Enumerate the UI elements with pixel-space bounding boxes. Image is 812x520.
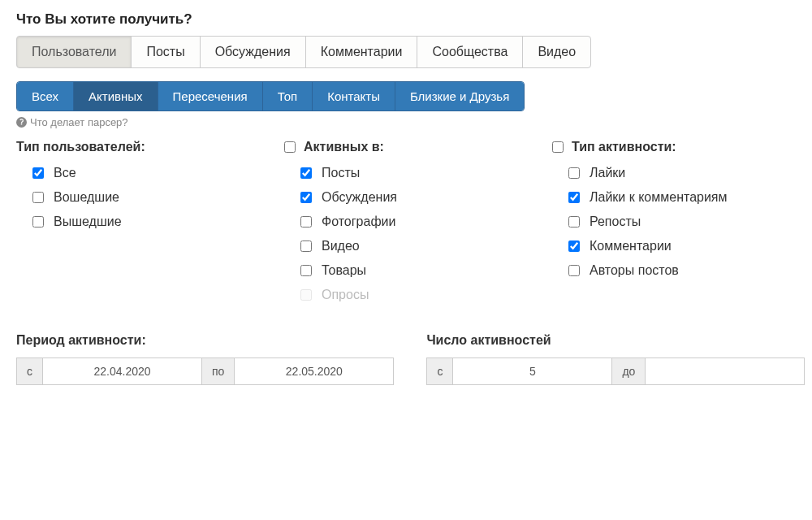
count-from-input[interactable] — [453, 358, 612, 385]
tab-video[interactable]: Видео — [522, 36, 591, 68]
checkbox-all-users[interactable] — [32, 167, 44, 179]
list-item: Авторы постов — [568, 263, 796, 278]
col-user-type: Тип пользователей: Все Вошедшие Вышедшие — [16, 140, 260, 312]
list-item: Все — [32, 166, 260, 180]
period-input-group: с по — [16, 358, 394, 385]
count-to-label: до — [612, 358, 646, 385]
list-item: Видео — [300, 239, 528, 254]
col-activity-type-title-text: Тип активности: — [572, 140, 676, 154]
col-active-in-title-text: Активных в: — [304, 140, 384, 154]
count-input-group: с до — [426, 358, 805, 385]
checkbox-label: Авторы постов — [590, 263, 679, 278]
list-item: Посты — [300, 166, 528, 180]
checkbox-active-photos[interactable] — [300, 216, 312, 228]
checkbox-active-polls — [300, 289, 312, 301]
count-from-label: с — [426, 358, 453, 385]
pill-all[interactable]: Всех — [17, 82, 74, 110]
filter-pills: Всех Активных Пересечения Топ Контакты Б… — [16, 81, 525, 111]
period-to-input[interactable] — [235, 358, 394, 385]
list-item: Товары — [300, 263, 528, 278]
list-item: Обсуждения — [300, 190, 528, 205]
page-title: Что Вы хотите получить? — [16, 11, 796, 28]
list-item: Репосты — [568, 214, 796, 229]
bottom-filters: Период активности: с по Число активносте… — [16, 333, 796, 385]
checkbox-active-video[interactable] — [300, 240, 312, 252]
list-item: Вышедшие — [32, 214, 260, 229]
checkbox-label: Обсуждения — [322, 190, 397, 205]
parser-help-text: Что делает парсер? — [30, 116, 128, 128]
checkbox-reposts[interactable] — [568, 216, 580, 228]
checkbox-label: Лайки — [590, 166, 625, 180]
count-to-input[interactable] — [646, 358, 805, 385]
content-type-tabs: Пользователи Посты Обсуждения Комментари… — [16, 36, 796, 68]
list-item: Комментарии — [568, 239, 796, 254]
list-item: Вошедшие — [32, 190, 260, 205]
checkbox-label: Опросы — [322, 288, 369, 302]
checkbox-comments[interactable] — [568, 240, 580, 252]
checkbox-label: Фотографии — [322, 214, 395, 229]
col-active-in-title: Активных в: — [284, 140, 528, 154]
checkbox-joined[interactable] — [32, 192, 44, 203]
period-from-label: с — [16, 358, 43, 385]
checkbox-label: Посты — [322, 166, 360, 180]
col-user-type-title: Тип пользователей: — [16, 140, 260, 154]
checkbox-active-goods[interactable] — [300, 265, 312, 276]
count-title: Число активностей — [426, 333, 805, 348]
checkbox-likes[interactable] — [568, 167, 580, 179]
tab-comments[interactable]: Комментарии — [305, 36, 418, 68]
checkbox-left[interactable] — [32, 216, 44, 228]
question-circle-icon — [16, 117, 27, 128]
pill-contacts[interactable]: Контакты — [313, 82, 395, 110]
checkbox-active-posts[interactable] — [300, 167, 312, 179]
period-title: Период активности: — [16, 333, 394, 348]
period-block: Период активности: с по — [16, 333, 394, 385]
checkbox-label: Комментарии — [590, 239, 672, 254]
checkbox-label: Вошедшие — [54, 190, 119, 205]
list-item: Лайки — [568, 166, 796, 180]
period-to-label: по — [202, 358, 235, 385]
tab-posts[interactable]: Посты — [131, 36, 200, 68]
pill-top[interactable]: Топ — [263, 82, 313, 110]
list-item: Лайки к комментариям — [568, 190, 796, 205]
checkbox-label: Вышедшие — [54, 214, 122, 229]
parser-help-link[interactable]: Что делает парсер? — [16, 116, 796, 128]
checkbox-active-in-master[interactable] — [284, 141, 296, 153]
tab-communities[interactable]: Сообщества — [417, 36, 523, 68]
checkbox-label: Все — [54, 166, 76, 180]
list-item: Фотографии — [300, 214, 528, 229]
checkbox-label: Видео — [322, 239, 360, 254]
pill-close-friends[interactable]: Близкие и Друзья — [395, 82, 524, 110]
tab-discussions[interactable]: Обсуждения — [200, 36, 306, 68]
checkbox-active-discussions[interactable] — [300, 192, 312, 203]
col-active-in: Активных в: Посты Обсуждения Фотографии … — [284, 140, 528, 312]
tab-users[interactable]: Пользователи — [16, 36, 132, 68]
filter-columns: Тип пользователей: Все Вошедшие Вышедшие… — [16, 140, 796, 312]
period-from-input[interactable] — [43, 358, 202, 385]
checkbox-label: Лайки к комментариям — [590, 190, 728, 205]
list-item: Опросы — [300, 288, 528, 302]
checkbox-label: Товары — [322, 263, 366, 278]
pill-intersection[interactable]: Пересечения — [158, 82, 263, 110]
checkbox-comment-likes[interactable] — [568, 192, 580, 203]
pill-active[interactable]: Активных — [74, 82, 158, 110]
checkbox-label: Репосты — [590, 214, 641, 229]
col-activity-type-title: Тип активности: — [552, 140, 796, 154]
count-block: Число активностей с до — [426, 333, 805, 385]
checkbox-activity-type-master[interactable] — [552, 141, 564, 153]
col-activity-type: Тип активности: Лайки Лайки к комментари… — [552, 140, 796, 312]
checkbox-post-authors[interactable] — [568, 265, 580, 276]
